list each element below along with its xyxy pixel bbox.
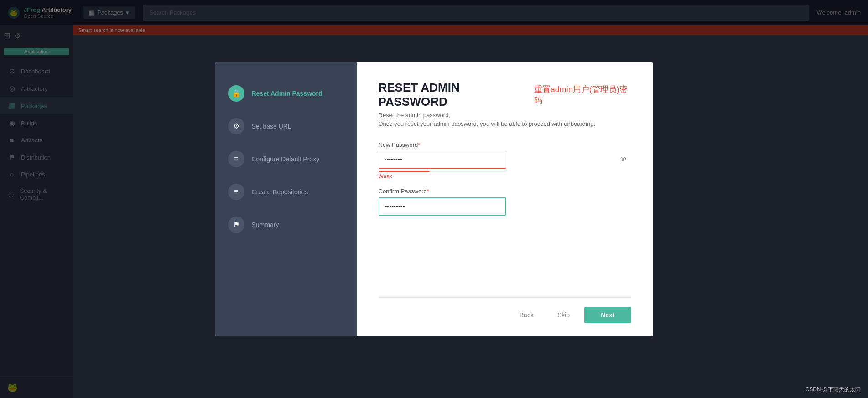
modal-title-chinese: 重置admin用户(管理员)密码: [534, 84, 631, 106]
wizard-step-label-3: Configure Default Proxy: [252, 155, 320, 163]
password-strength-fill: [379, 171, 430, 172]
repos-icon: ≡: [234, 188, 238, 196]
watermark: CSDN @下雨天的太阳: [805, 386, 861, 393]
wizard-step-circle-5: ⚑: [228, 217, 244, 233]
confirm-password-label: Confirm Password*: [379, 188, 631, 195]
wizard-step-reset-password[interactable]: 🔒 Reset Admin Password: [215, 77, 357, 110]
wizard-step-label-5: Summary: [252, 221, 279, 228]
wizard-step-repos[interactable]: ≡ Create Repositories: [215, 176, 357, 208]
wizard-step-label-1: Reset Admin Password: [252, 90, 322, 97]
modal-body: RESET ADMIN PASSWORD 重置admin用户(管理员)密码 Re…: [357, 62, 653, 336]
back-button[interactable]: Back: [510, 308, 543, 322]
modal-subtitle-line2: Once you reset your admin password, you …: [379, 119, 631, 129]
wizard-step-label-4: Create Repositories: [252, 188, 308, 196]
wizard-step-base-url[interactable]: ⚙ Set base URL: [215, 110, 357, 143]
wizard-step-proxy[interactable]: ≡ Configure Default Proxy: [215, 143, 357, 176]
new-password-label: New Password*: [379, 141, 631, 148]
modal-subtitle-line1: Reset the admin password.: [379, 111, 631, 120]
new-password-input[interactable]: [379, 151, 506, 169]
wizard-step-circle-1: 🔒: [228, 85, 244, 102]
wizard-step-circle-3: ≡: [228, 151, 244, 167]
new-password-input-wrapper: 👁: [379, 151, 631, 169]
wizard-step-label-2: Set base URL: [252, 123, 291, 130]
reset-password-modal: 🔒 Reset Admin Password ⚙ Set base URL ≡ …: [215, 62, 653, 336]
modal-subtitle: Reset the admin password. Once you reset…: [379, 111, 631, 129]
modal-title-row: RESET ADMIN PASSWORD 重置admin用户(管理员)密码: [379, 81, 631, 109]
proxy-icon: ≡: [234, 155, 238, 163]
wizard-step-circle-4: ≡: [228, 184, 244, 200]
modal-footer: Back Skip Next: [379, 298, 631, 325]
wizard-step-summary[interactable]: ⚑ Summary: [215, 208, 357, 241]
password-strength-label: Weak: [379, 173, 631, 180]
password-strength-bar: [379, 171, 506, 172]
link-icon: ⚙: [233, 122, 239, 130]
new-password-group: New Password* 👁 Weak: [379, 141, 631, 180]
lock-icon: 🔒: [232, 89, 241, 98]
password-toggle-icon[interactable]: 👁: [619, 155, 627, 164]
summary-icon: ⚑: [233, 220, 239, 229]
confirm-password-input[interactable]: [379, 197, 506, 216]
modal-title-text: RESET ADMIN PASSWORD: [379, 81, 525, 109]
confirm-password-group: Confirm Password*: [379, 188, 631, 216]
skip-button[interactable]: Skip: [548, 308, 579, 322]
wizard-sidebar: 🔒 Reset Admin Password ⚙ Set base URL ≡ …: [215, 62, 357, 336]
next-button[interactable]: Next: [584, 307, 631, 323]
wizard-step-circle-2: ⚙: [228, 118, 244, 134]
